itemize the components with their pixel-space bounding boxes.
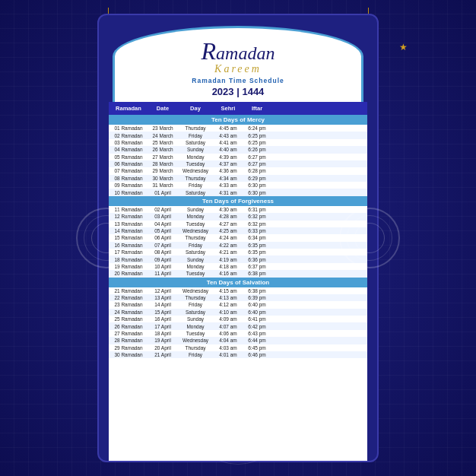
cell-ramadan: 06 Ramadan (109, 160, 148, 167)
ramadan-text: amadan (216, 43, 274, 63)
cell-day: Sunday (177, 255, 214, 262)
cell-ramadan: 23 Ramadan (109, 301, 148, 308)
cell-sehri: 4:43 am (214, 132, 243, 138)
main-card: Ramadan Kareem Ramadan Time Schedule 202… (97, 14, 379, 462)
cell-date: 26 March (148, 146, 177, 153)
cell-date: 15 April (148, 309, 177, 316)
cell-date: 16 April (148, 316, 177, 322)
table-row: 25 Ramadan16 AprilSunday4:09 am6:41 pm (109, 316, 367, 322)
cell-day: Friday (177, 301, 214, 308)
cell-day: Monday (177, 213, 214, 220)
cell-date: 17 April (148, 322, 177, 329)
cell-date: 14 April (148, 301, 177, 308)
cell-date: 23 March (148, 125, 177, 132)
cell-day: Thursday (177, 234, 214, 241)
col-iftar: Iftar (243, 103, 271, 113)
col-ramadan: Ramadan (109, 103, 148, 113)
cell-iftar: 6:34 pm (243, 234, 271, 241)
cell-day: Sunday (177, 316, 214, 322)
cell-ramadan: 24 Ramadan (109, 309, 148, 316)
cell-sehri: 4:28 am (214, 213, 243, 220)
cell-iftar: 6:40 pm (243, 301, 271, 308)
cell-sehri: 4:10 am (214, 309, 243, 316)
cell-sehri: 4:41 am (214, 139, 243, 146)
cell-iftar: 6:39 pm (243, 294, 271, 301)
cell-day: Friday (177, 132, 214, 138)
cell-day: Tuesday (177, 270, 214, 277)
cell-date: 18 April (148, 330, 177, 337)
table-row: 09 Ramadan31 MarchFriday4:33 am6:30 pm (109, 182, 367, 189)
section-salvation-header: Ten Days of Salvation (109, 278, 367, 287)
table-row: 16 Ramadan07 AprilFriday4:22 am6:35 pm (109, 242, 367, 249)
cell-ramadan: 03 Ramadan (109, 139, 148, 146)
cell-sehri: 4:01 am (214, 351, 243, 358)
cell-iftar: 6:29 pm (243, 175, 271, 182)
cell-iftar: 6:40 pm (243, 309, 271, 316)
cell-iftar: 6:35 pm (243, 249, 271, 255)
cell-ramadan: 25 Ramadan (109, 316, 148, 322)
cell-ramadan: 21 Ramadan (109, 287, 148, 294)
cell-sehri: 4:30 am (214, 206, 243, 213)
cell-date: 02 April (148, 206, 177, 213)
cell-day: Thursday (177, 175, 214, 182)
cell-iftar: 6:41 pm (243, 316, 271, 322)
schedule-subtitle: Ramadan Time Schedule (192, 77, 284, 84)
table-row: 15 Ramadan06 AprilThursday4:24 am6:34 pm (109, 234, 367, 241)
table-row: 21 Ramadan12 AprilWednesday4:15 am6:38 p… (109, 287, 367, 294)
table-row: 18 Ramadan09 AprilSunday4:19 am6:36 pm (109, 255, 367, 262)
cell-day: Tuesday (177, 160, 214, 167)
table-row: 24 Ramadan15 AprilSaturday4:10 am6:40 pm (109, 309, 367, 316)
table-row: 02 Ramadan24 MarchFriday4:43 am6:25 pm (109, 132, 367, 138)
table-row: 19 Ramadan10 AprilMonday4:18 am6:37 pm (109, 263, 367, 270)
cell-iftar: 6:43 pm (243, 330, 271, 337)
cell-sehri: 4:18 am (214, 263, 243, 270)
cell-day: Saturday (177, 249, 214, 255)
cell-iftar: 6:38 pm (243, 270, 271, 277)
cell-day: Saturday (177, 139, 214, 146)
table-row: 26 Ramadan17 AprilMonday4:07 am6:42 pm (109, 322, 367, 329)
cell-iftar: 6:46 pm (243, 351, 271, 358)
year-display: 2023 | 1444 (212, 86, 265, 97)
cell-date: 29 March (148, 167, 177, 174)
cell-date: 08 April (148, 249, 177, 255)
cell-iftar: 6:45 pm (243, 344, 271, 351)
cell-ramadan: 22 Ramadan (109, 294, 148, 301)
cell-iftar: 6:36 pm (243, 255, 271, 262)
cell-ramadan: 04 Ramadan (109, 146, 148, 153)
cell-iftar: 6:37 pm (243, 263, 271, 270)
cell-ramadan: 10 Ramadan (109, 189, 148, 195)
table-row: 12 Ramadan03 AprilMonday4:28 am6:32 pm (109, 213, 367, 220)
cell-ramadan: 01 Ramadan (109, 125, 148, 132)
cell-sehri: 4:24 am (214, 234, 243, 241)
cell-date: 09 April (148, 255, 177, 262)
cell-date: 30 March (148, 175, 177, 182)
ramadan-r: R (202, 37, 217, 65)
cell-day: Monday (177, 263, 214, 270)
cell-date: 12 April (148, 287, 177, 294)
forgiveness-rows: 11 Ramadan02 AprilSunday4:30 am6:31 pm12… (109, 206, 367, 278)
col-day: Day (177, 103, 214, 113)
table-header: Ramadan Date Day Sehri Iftar (109, 102, 367, 115)
kareem-text: Kareem (214, 63, 262, 75)
cell-iftar: 6:31 pm (243, 206, 271, 213)
cell-sehri: 4:04 am (214, 337, 243, 344)
cell-ramadan: 07 Ramadan (109, 167, 148, 174)
cell-day: Monday (177, 154, 214, 160)
cell-ramadan: 27 Ramadan (109, 330, 148, 337)
cell-iftar: 6:30 pm (243, 182, 271, 189)
table-row: 04 Ramadan26 MarchSunday4:40 am6:26 pm (109, 146, 367, 153)
cell-day: Wednesday (177, 287, 214, 294)
table-row: 03 Ramadan25 MarchSaturday4:41 am6:25 pm (109, 139, 367, 146)
title-script: Ramadan Kareem (202, 39, 275, 75)
cell-day: Wednesday (177, 227, 214, 234)
table-row: 01 Ramadan23 MarchThursday4:45 am6:24 pm (109, 125, 367, 132)
cell-date: 01 April (148, 189, 177, 195)
cell-sehri: 4:21 am (214, 249, 243, 255)
table-row: 11 Ramadan02 AprilSunday4:30 am6:31 pm (109, 206, 367, 213)
cell-sehri: 4:27 am (214, 221, 243, 227)
cell-iftar: 6:38 pm (243, 287, 271, 294)
mandala-right (339, 208, 400, 268)
schedule-table: Ramadan Date Day Sehri Iftar Ten Days of… (109, 102, 367, 461)
cell-day: Thursday (177, 125, 214, 132)
cell-iftar: 6:25 pm (243, 139, 271, 146)
